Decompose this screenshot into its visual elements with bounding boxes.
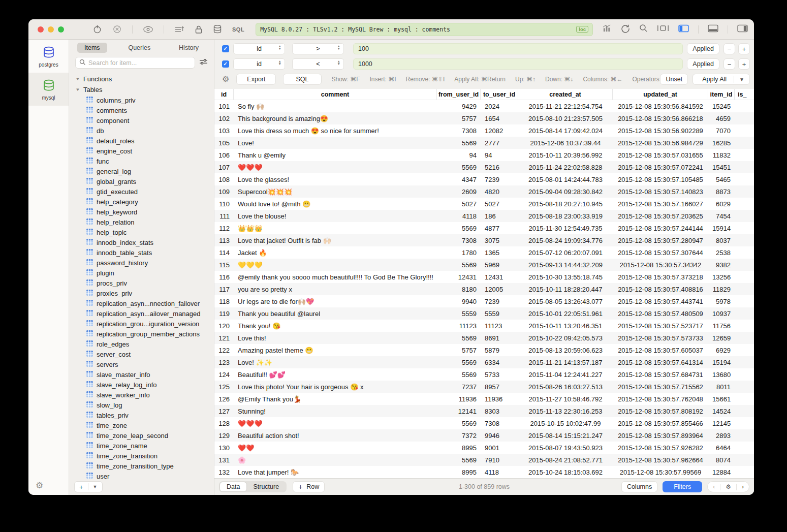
table-row[interactable]: 108Love the glasses!434772392015-08-01 1… (214, 173, 754, 185)
sidebar-table-item[interactable]: help_topic (69, 227, 214, 237)
connection-mysql[interactable]: mysql (28, 73, 69, 106)
sidebar-table-item[interactable]: innodb_index_stats (69, 237, 214, 247)
sidebar-table-item[interactable]: gtid_executed (69, 186, 214, 197)
sidebar-table-item[interactable]: default_roles (69, 136, 214, 146)
filter-column-select[interactable]: id ▲▼ (233, 43, 285, 54)
sidebar-table-item[interactable]: procs_priv (69, 278, 214, 288)
table-row[interactable]: 120Thank you! 😘11123111232015-10-11 13:2… (214, 320, 754, 332)
filter-settings-gear-icon[interactable]: ⚙ (222, 75, 229, 83)
sidebar-table-item[interactable]: replication_grou...iguration_version (69, 319, 214, 329)
sidebar-table-item[interactable]: replication_asyn...ailover_managed (69, 308, 214, 319)
table-row[interactable]: 111Love the blouse!41181862015-08-18 23:… (214, 210, 754, 222)
sidebar-table-item[interactable]: component (69, 115, 214, 126)
sidebar-table-item[interactable]: server_cost (69, 349, 214, 359)
sidebar-table-item[interactable]: time_zone_transition_type (69, 461, 214, 471)
connection-bar[interactable]: MySQL 8.0.27 : TLSv1.2 : MySQL Brew : my… (256, 23, 593, 36)
column-header-id[interactable]: id (214, 89, 234, 100)
sidebar-table-item[interactable]: time_zone_name (69, 441, 214, 451)
table-row[interactable]: 128❤️❤️❤️556973082015-10-15 10:02:47.992… (214, 417, 754, 429)
chart-icon[interactable] (602, 24, 612, 35)
settings-gear-icon[interactable]: ⚙ (36, 481, 43, 490)
sidebar-table-item[interactable]: help_keyword (69, 207, 214, 217)
filter-enabled-checkbox[interactable] (222, 45, 229, 52)
toggle-right-panel-icon[interactable] (737, 24, 748, 35)
filter-value-input[interactable]: 1000 (353, 58, 683, 70)
sidebar-table-item[interactable]: plugin (69, 268, 214, 278)
table-row[interactable]: 126@Emily Thank you💃11936119362015-11-27… (214, 393, 754, 405)
column-header-item_id[interactable]: item_id (708, 89, 735, 100)
sidebar-table-item[interactable]: tables_priv (69, 410, 214, 420)
tree-section-functions[interactable]: ▼ Functions (69, 74, 214, 84)
refresh-icon[interactable] (621, 24, 630, 35)
table-row[interactable]: 112👑👑👑556948772015-11-30 12:54:49.735201… (214, 222, 754, 234)
sql-button[interactable]: SQL (283, 74, 321, 85)
add-filter-button[interactable]: + (738, 58, 750, 70)
table-row[interactable]: 114Jacket 🔥178013652015-07-12 06:20:07.0… (214, 246, 754, 259)
table-row[interactable]: 132Love that jumper! 🐎899541182015-10-24… (214, 466, 754, 478)
table-row[interactable]: 125Love this photo! Your hair is gorgeou… (214, 381, 754, 393)
sidebar-table-item[interactable]: innodb_table_stats (69, 247, 214, 258)
sidebar-table-item[interactable]: time_zone_transition (69, 451, 214, 461)
search-icon[interactable] (639, 24, 648, 35)
eye-icon[interactable] (143, 25, 153, 34)
log-icon[interactable] (174, 25, 184, 34)
table-row[interactable]: 129Beautiful action shot!737299462015-08… (214, 429, 754, 442)
disconnect-icon[interactable] (112, 24, 122, 34)
sidebar-table-item[interactable]: engine_cost (69, 146, 214, 156)
toggle-left-panel-icon[interactable] (678, 24, 689, 35)
sidebar-table-item[interactable]: comments (69, 105, 214, 115)
tab-queries[interactable]: Queries (121, 43, 158, 53)
filter-enabled-checkbox[interactable] (222, 60, 229, 68)
add-item-split-button[interactable]: + ▼ (74, 481, 103, 492)
filter-value-input[interactable]: 100 (353, 43, 683, 54)
tab-structure[interactable]: Structure (246, 482, 286, 491)
table-row[interactable]: 119Thank you beautiful @laurel5559555920… (214, 307, 754, 320)
table-row[interactable]: 122Amazing pastel theme 😬575758792015-08… (214, 344, 754, 356)
sidebar-table-item[interactable]: global_grants (69, 176, 214, 186)
sidebar-table-item[interactable]: replication_asyn...nnection_failover (69, 298, 214, 308)
connection-postgres[interactable]: postgres (28, 40, 69, 73)
table-row[interactable]: 107❤️❤️❤️556952162015-11-24 22:02:58.828… (214, 161, 754, 173)
search-input[interactable]: Search for item... (75, 57, 195, 69)
lock-icon[interactable] (195, 25, 203, 34)
filter-applied-button[interactable]: Applied (687, 43, 719, 54)
sidebar-table-item[interactable]: slave_relay_log_info (69, 380, 214, 390)
table-row[interactable]: 118Ur legs are to die for🙌🏼💖994072392015… (214, 295, 754, 307)
column-header-created_at[interactable]: created_at (518, 89, 613, 100)
table-row[interactable]: 127Stunning!1214183032015-11-13 22:30:16… (214, 405, 754, 417)
remove-filter-button[interactable]: − (723, 58, 735, 70)
page-settings-gear-icon[interactable]: ⚙ (720, 483, 736, 490)
next-page-icon[interactable]: › (737, 483, 749, 490)
add-row-button[interactable]: + Row (293, 481, 325, 492)
chevron-down-icon[interactable]: ▼ (88, 484, 102, 489)
sidebar-table-item[interactable]: slave_worker_info (69, 390, 214, 400)
remove-filter-button[interactable]: − (723, 43, 735, 54)
column-header-updated_at[interactable]: updated_at (613, 89, 708, 100)
tab-history[interactable]: History (172, 43, 206, 53)
sidebar-table-item[interactable]: db (69, 126, 214, 136)
table-row[interactable]: 113Love that jacket! Outfit is fab 🙌🏻730… (214, 234, 754, 246)
filter-column-select[interactable]: id ▲▼ (233, 58, 285, 70)
column-header-is_[interactable]: is_ (735, 89, 754, 100)
table-row[interactable]: 116@emily thank you soooo much beautiful… (214, 271, 754, 283)
filter-operator-select[interactable]: > ▲▼ (292, 43, 344, 54)
prev-page-icon[interactable]: ‹ (708, 483, 720, 490)
sidebar-table-item[interactable]: columns_priv (69, 95, 214, 105)
sidebar-table-item[interactable]: replication_group_member_actions (69, 329, 214, 339)
filter-operator-select[interactable]: < ▲▼ (292, 58, 344, 70)
columns-button[interactable]: Columns (621, 481, 657, 492)
column-header-to_user_id[interactable]: to_user_id (481, 89, 518, 100)
tree-section-tables[interactable]: ▼ Tables (69, 84, 214, 95)
sidebar-table-item[interactable]: role_edges (69, 339, 214, 349)
toggle-bottom-panel-icon[interactable] (708, 24, 718, 35)
sidebar-table-item[interactable]: help_category (69, 197, 214, 207)
sidebar-table-item[interactable]: func (69, 156, 214, 166)
table-row[interactable]: 103Love this dress so much 😍 so nice for… (214, 124, 754, 137)
focus-mode-icon[interactable] (657, 24, 669, 34)
sidebar-table-item[interactable]: proxies_priv (69, 288, 214, 298)
table-row[interactable]: 117you are so pretty x8180120052015-10-1… (214, 283, 754, 295)
table-row[interactable]: 115💛💛💛556959692015-09-13 14:44:32.209201… (214, 259, 754, 271)
sidebar-table-item[interactable]: time_zone (69, 420, 214, 430)
sidebar-table-item[interactable]: user (69, 471, 214, 479)
tab-items[interactable]: Items (77, 43, 107, 53)
